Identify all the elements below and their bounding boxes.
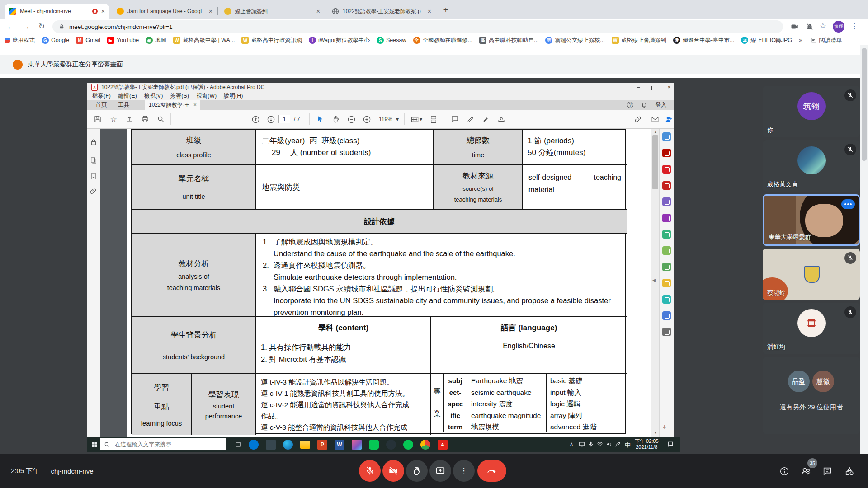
previous-page-icon[interactable]	[250, 114, 260, 124]
url-bar[interactable]: meet.google.com/chj-mdcm-nve?pli=1	[52, 20, 783, 33]
taskbar-app-powerpoint-icon[interactable]: P	[317, 440, 327, 450]
participant-tile-huang[interactable]: 葳格黃文貞	[763, 140, 860, 192]
tray-mic-icon[interactable]	[588, 441, 594, 447]
browser-tab-jamboard[interactable]: Jam for Language Use - Googl ×	[112, 4, 217, 19]
tray-chevron-icon[interactable]: ∧	[570, 441, 573, 447]
meeting-details-icon[interactable]	[778, 465, 790, 477]
bookmark-youtube[interactable]: ▶YouTube	[107, 37, 139, 44]
pdf-page[interactable]: 班級class profile 二年級(year)丙班級(class) 29人 …	[127, 129, 651, 437]
taskbar-app-photos-icon[interactable]	[352, 440, 362, 450]
acrobat-tab-tools[interactable]: 工具	[115, 100, 133, 110]
bookmark-apps[interactable]: 應用程式	[5, 37, 35, 44]
tab-close-icon[interactable]: ×	[209, 8, 212, 14]
minimize-button[interactable]: –	[635, 84, 642, 90]
page-display-icon[interactable]	[429, 114, 439, 124]
doc-tab-close-icon[interactable]: ×	[193, 102, 197, 108]
zoom-in-icon[interactable]	[362, 114, 372, 124]
document-scrollbar[interactable]: ▲ ▼ ◀	[651, 129, 659, 437]
browser-tab-pdf[interactable]: 1022雙語教學-王安妮老師教案.p ×	[327, 4, 436, 19]
taskbar-search-input[interactable]	[114, 441, 215, 448]
print-icon[interactable]	[140, 114, 150, 124]
scroll-up-icon[interactable]: ▲	[651, 130, 660, 134]
collapse-panel-icon[interactable]: ◀	[652, 278, 656, 282]
next-page-icon[interactable]	[266, 114, 276, 124]
stamp-tool-icon[interactable]	[496, 114, 506, 124]
menu-edit[interactable]: 編輯(E)	[118, 92, 137, 100]
bookmark-taichung[interactable]: 優優遊台中學-臺中市...	[673, 37, 735, 44]
share-person-icon[interactable]	[664, 114, 674, 124]
more-options-button[interactable]: ⋮	[453, 460, 475, 482]
acrobat-document-tab[interactable]: 1022雙語教學-王... ×	[145, 100, 200, 110]
menu-file[interactable]: 檔案(F)	[92, 92, 111, 100]
sign-in-button[interactable]: 登入	[653, 100, 669, 110]
select-tool-icon[interactable]	[316, 114, 326, 124]
bookmark-maps[interactable]: ◉地圖	[146, 37, 166, 44]
page-scrollbar-thumb[interactable]	[862, 48, 867, 161]
activities-icon[interactable]	[844, 465, 855, 477]
browser-tab-signin[interactable]: 線上會議簽到 ×	[220, 4, 325, 19]
tool-combine-files-icon[interactable]	[662, 181, 671, 190]
taskbar-app-icon[interactable]	[266, 440, 276, 450]
page-number-input[interactable]: 1	[278, 115, 290, 123]
forward-icon[interactable]: →	[21, 21, 32, 32]
tool-request-signatures-icon[interactable]	[662, 246, 671, 255]
bookmarks-overflow-icon[interactable]: »	[799, 37, 802, 43]
present-screen-button[interactable]	[429, 460, 451, 482]
zoom-out-icon[interactable]	[346, 114, 356, 124]
tab-close-icon[interactable]: ×	[101, 8, 105, 14]
share-icon[interactable]	[124, 114, 134, 124]
bookmark-star-icon[interactable]: ☆	[819, 21, 826, 31]
tray-wifi-icon[interactable]	[597, 441, 603, 447]
bell-icon[interactable]	[641, 102, 647, 108]
participant-tile-pan[interactable]: 潘虹均	[763, 303, 860, 354]
comment-tool-icon[interactable]	[450, 114, 460, 124]
mic-toggle-button[interactable]	[359, 460, 381, 482]
menu-help[interactable]: 說明(H)	[224, 92, 243, 100]
taskbar-app-chrome-icon[interactable]	[420, 440, 430, 450]
participant-tile-tsai[interactable]: 蔡淑鈴	[763, 249, 860, 300]
bookmark-school-site[interactable]: W葳格高級中學 | WA...	[173, 37, 235, 44]
taskbar-app-edge-icon[interactable]	[283, 440, 293, 450]
link-icon[interactable]	[633, 114, 643, 124]
bookmark-admin-site[interactable]: W葳格高中行政資訊網	[241, 37, 302, 44]
taskbar-app-chat-icon[interactable]	[403, 440, 413, 450]
tool-zoom-icon[interactable]	[662, 132, 671, 141]
taskbar-search-box[interactable]	[100, 438, 226, 450]
bookmarks-panel-icon[interactable]	[89, 171, 98, 180]
camera-toggle-button[interactable]	[382, 460, 404, 482]
page-thumbnails-icon[interactable]	[89, 156, 98, 165]
tool-export-pdf-icon[interactable]	[662, 149, 671, 157]
tool-protect-icon[interactable]	[662, 311, 671, 320]
tool-prepare-form-icon[interactable]	[662, 263, 671, 271]
page-scrollbar[interactable]	[860, 45, 868, 454]
new-tab-button[interactable]: +	[441, 5, 450, 14]
tool-organize-pages-icon[interactable]	[662, 197, 671, 206]
bookmark-teacher-training[interactable]: 全全國教師在職進修...	[413, 37, 472, 44]
tray-display-icon[interactable]	[579, 441, 585, 447]
fit-caret-icon[interactable]: ▾	[420, 116, 422, 122]
taskbar-app-camera-icon[interactable]	[386, 440, 396, 450]
maximize-button[interactable]	[651, 86, 656, 90]
action-center-icon[interactable]	[667, 441, 674, 447]
document-pane[interactable]: 班級class profile 二年級(year)丙班級(class) 29人 …	[100, 129, 651, 437]
browser-tab-meet[interactable]: Meet - chj-mdcm-nve ×	[5, 4, 109, 19]
reading-list-button[interactable]: 閱讀清單	[811, 37, 842, 44]
leave-call-button[interactable]	[477, 460, 506, 482]
hand-tool-icon[interactable]	[331, 114, 341, 124]
taskbar-app-word-icon[interactable]: W	[335, 440, 344, 450]
fit-width-icon[interactable]	[410, 114, 420, 124]
browser-menu-icon[interactable]: ⋮	[851, 22, 858, 30]
tool-create-pdf-icon[interactable]	[662, 165, 671, 174]
bookmark-iwagor[interactable]: iiWagor數位教學中心	[309, 37, 370, 44]
tab-close-icon[interactable]: ×	[428, 8, 431, 14]
bookmark-gmail[interactable]: MGmail	[76, 37, 100, 44]
bookmark-google[interactable]: GGoogle	[42, 37, 69, 44]
raise-hand-button[interactable]	[406, 460, 428, 482]
tool-edit-pdf-icon[interactable]	[662, 214, 671, 222]
scrollbar-thumb[interactable]	[652, 135, 658, 189]
tray-pen-icon[interactable]	[615, 441, 621, 447]
bookmark-heic-jpg[interactable]: ⇄線上HEIC轉JPG	[741, 37, 792, 44]
notifications-off-icon[interactable]	[806, 23, 814, 31]
highlight-tool-icon[interactable]	[481, 114, 491, 124]
tool-more-icon[interactable]	[662, 328, 671, 336]
